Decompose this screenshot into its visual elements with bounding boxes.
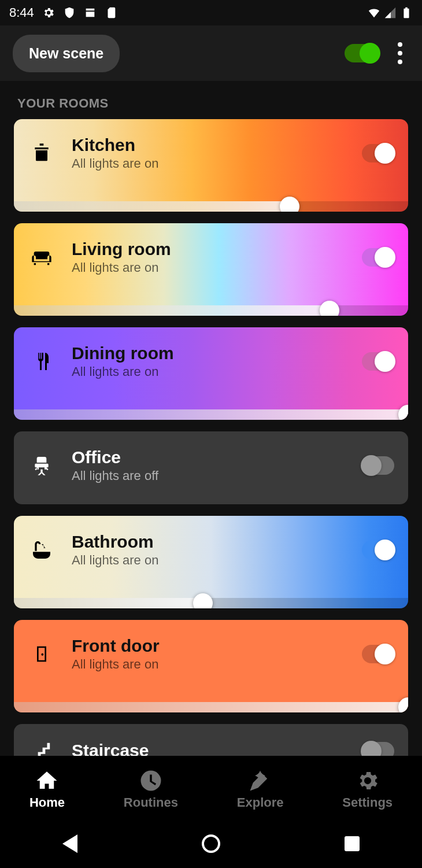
room-status: All lights are off — [72, 468, 346, 483]
tab-label: Explore — [237, 795, 284, 810]
battery-icon — [400, 6, 413, 19]
brightness-slider-kitchen[interactable] — [14, 201, 408, 212]
tab-label: Home — [29, 795, 65, 810]
door-icon — [28, 642, 55, 666]
room-status: All lights are on — [72, 657, 346, 672]
tab-label: Routines — [124, 795, 178, 810]
room-name: Front door — [72, 636, 346, 656]
room-card-kitchen[interactable]: Kitchen All lights are on — [14, 119, 408, 212]
sofa-icon — [28, 246, 55, 269]
android-nav-bar — [0, 819, 422, 868]
room-status: All lights are on — [72, 553, 346, 568]
room-toggle-kitchen[interactable] — [362, 144, 394, 162]
sd-card-icon — [105, 6, 117, 19]
gear-icon — [42, 6, 55, 19]
room-status: All lights are on — [72, 364, 346, 379]
android-status-bar: 8:44 — [0, 0, 422, 25]
room-toggle-office[interactable] — [362, 456, 394, 475]
room-card-office[interactable]: Office All lights are off — [14, 431, 408, 504]
bath-icon — [28, 538, 55, 562]
room-status: All lights are on — [72, 260, 346, 275]
nav-recent-button[interactable] — [345, 836, 360, 851]
nav-back-button[interactable] — [62, 834, 77, 853]
clock: 8:44 — [9, 5, 34, 20]
room-toggle-bath[interactable] — [362, 541, 394, 559]
room-name: Bathroom — [72, 532, 346, 552]
brightness-slider-door[interactable] — [14, 702, 408, 712]
brightness-slider-bath[interactable] — [14, 598, 408, 608]
room-toggle-door[interactable] — [362, 645, 394, 663]
cutlery-icon — [28, 350, 55, 373]
tab-routines[interactable]: Routines — [124, 769, 178, 810]
pot-icon — [28, 142, 55, 165]
section-heading-rooms: YOUR ROOMS — [0, 81, 422, 119]
brightness-slider-living[interactable] — [14, 305, 408, 316]
room-card-bath[interactable]: Bathroom All lights are on — [14, 516, 408, 608]
room-card-living[interactable]: Living room All lights are on — [14, 223, 408, 316]
room-toggle-living[interactable] — [362, 248, 394, 267]
calendar-icon — [84, 6, 97, 19]
brightness-slider-dining[interactable] — [14, 409, 408, 420]
bottom-tab-bar: HomeRoutinesExploreSettings — [0, 756, 422, 819]
room-name: Dining room — [72, 343, 346, 363]
new-scene-button[interactable]: New scene — [13, 35, 120, 72]
room-card-dining[interactable]: Dining room All lights are on — [14, 327, 408, 420]
tab-home[interactable]: Home — [29, 769, 65, 810]
tab-settings[interactable]: Settings — [342, 769, 393, 810]
room-toggle-dining[interactable] — [362, 352, 394, 371]
wifi-icon — [368, 6, 380, 19]
room-name: Kitchen — [72, 135, 346, 155]
room-card-door[interactable]: Front door All lights are on — [14, 620, 408, 712]
room-name: Office — [72, 448, 346, 467]
master-power-toggle[interactable] — [345, 44, 379, 62]
nav-home-button[interactable] — [202, 834, 220, 853]
chair-icon — [28, 453, 55, 478]
tab-label: Settings — [342, 795, 393, 810]
room-status: All lights are on — [72, 156, 346, 171]
room-name: Living room — [72, 239, 346, 259]
rooms-list: Kitchen All lights are on Living room Al… — [0, 119, 422, 797]
tab-explore[interactable]: Explore — [237, 769, 284, 810]
cellular-icon — [384, 6, 397, 19]
app-bar: New scene — [0, 25, 422, 81]
more-menu-button[interactable] — [391, 38, 409, 69]
shield-icon — [63, 6, 76, 19]
